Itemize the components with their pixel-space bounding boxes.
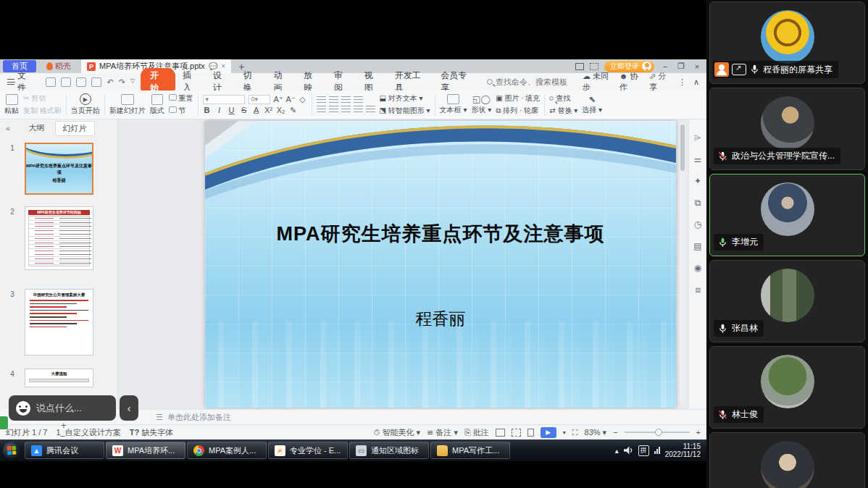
number-list-icon[interactable] (329, 96, 338, 104)
undo-icon[interactable]: ↶ (107, 77, 113, 87)
slide-title[interactable]: MPA研究生培养重点环节及注意事项 (205, 221, 676, 247)
dropdown-icon[interactable]: ▽ (130, 77, 135, 87)
font-size-select[interactable]: 0 ▾ (249, 95, 270, 104)
indent-increase-icon[interactable] (354, 96, 363, 104)
panes-icon[interactable]: ⧉ (695, 198, 701, 208)
subscript-icon[interactable]: X₂ (277, 106, 285, 114)
participant-tile-partial[interactable] (709, 432, 865, 488)
indent-decrease-icon[interactable] (341, 96, 351, 104)
resource-icon[interactable]: ◉ (694, 263, 701, 273)
participant-tile[interactable]: 政治与公共管理学院宣传... (709, 88, 865, 170)
justify-icon[interactable] (354, 106, 363, 114)
reset-button[interactable]: 重置 (169, 93, 193, 104)
chat-input-bar[interactable]: 说点什么... (9, 395, 116, 421)
input-method-icon[interactable]: 拼 (638, 445, 649, 456)
shapes-button[interactable]: ◱◯ 形状 ▾ (471, 94, 491, 115)
slide-thumbnail-2[interactable]: 2 MPA研究生培养环节时间轴 (0, 206, 117, 270)
notes-toggle-button[interactable]: ≌ 备注 ▾ (427, 427, 458, 438)
shape-outline-button[interactable]: 轮廓 (524, 106, 538, 114)
section-button[interactable]: 节 (169, 106, 193, 116)
print-icon[interactable] (76, 77, 86, 87)
zoom-in-button[interactable]: + (696, 428, 701, 437)
start-button[interactable] (3, 442, 20, 459)
restore-button[interactable]: ❐ (676, 62, 686, 71)
participant-tile[interactable]: 张昌林 (709, 260, 865, 342)
more-menu-icon[interactable]: ⋮ (678, 77, 686, 87)
bold-button[interactable]: B (203, 106, 212, 114)
taskbar-item-search-doc[interactable]: ⌕ 专业学位 - E... (268, 442, 348, 459)
slide-thumbnail-3[interactable]: 3 中国研究生公共管理案例大赛 (0, 289, 117, 356)
tab-grid-icon[interactable] (590, 63, 598, 70)
normal-view-icon[interactable] (496, 429, 505, 437)
chat-more-button[interactable]: + (61, 420, 67, 431)
align-left-icon[interactable] (317, 106, 326, 114)
tab-docer[interactable]: 稻壳 (41, 60, 77, 72)
properties-icon[interactable]: ⚌ (694, 154, 702, 164)
zoom-slider-knob[interactable] (655, 429, 662, 436)
canvas-scrollbar[interactable] (680, 122, 685, 404)
textbox-button[interactable]: 文本框 ▾ (440, 94, 467, 115)
align-right-icon[interactable] (341, 106, 351, 114)
reader-icon[interactable]: ⧈ (695, 285, 701, 295)
play-dropdown-icon[interactable]: ▾ (563, 429, 566, 436)
slide-thumbnail-1[interactable]: 1 MPA研究生培养重点环节及注意事项 程香丽 (0, 143, 117, 195)
taskbar-item-notification-settings[interactable]: ▭ 通知区域图标 (349, 442, 429, 459)
share-button[interactable]: ⬀ 分享 (649, 71, 671, 93)
reading-view-icon[interactable] (527, 429, 534, 437)
close-button[interactable]: × (692, 62, 702, 71)
participant-tile[interactable]: 林士俊 (709, 346, 865, 429)
slideshow-play-button[interactable]: ▶ (541, 427, 556, 438)
play-current-button[interactable]: ▶ 当页开始 (71, 93, 100, 116)
help-icon[interactable]: ◷ (694, 219, 701, 230)
current-slide[interactable]: MPA研究生培养重点环节及注意事项 程香丽 (205, 121, 676, 408)
font-family-select[interactable]: ▾ (203, 95, 245, 104)
speaker-icon[interactable] (624, 446, 633, 455)
superscript-icon[interactable]: X² (264, 106, 273, 114)
fit-window-icon[interactable]: ⛶ (572, 428, 578, 437)
preview-icon[interactable] (91, 77, 101, 87)
increase-font-icon[interactable]: A⁺ (274, 95, 283, 104)
participant-tile-sharing[interactable]: 程香丽的屏幕共享 (709, 1, 865, 84)
smart-graphic-button[interactable]: ⬔ 转智能图形 ▾ (380, 106, 430, 116)
line-spacing-icon[interactable] (366, 106, 375, 114)
search-input[interactable] (496, 77, 583, 86)
new-slide-button[interactable]: 新建幻灯片 (109, 94, 146, 116)
slide-thumbnail-4[interactable]: 4 大赛流程 (0, 369, 117, 387)
comments-button[interactable]: ⎘ 批注 (464, 427, 489, 438)
save-icon[interactable] (46, 77, 56, 87)
tray-clock[interactable]: 11:15 2022/11/12 (665, 442, 701, 458)
find-button[interactable]: 查找 (549, 93, 577, 104)
sorter-view-icon[interactable] (512, 429, 521, 437)
slide-canvas[interactable]: MPA研究生培养重点环节及注意事项 程香丽 (118, 119, 688, 409)
chat-collapse-button[interactable]: ‹ (120, 395, 138, 421)
slide-author[interactable]: 程香丽 (205, 308, 676, 330)
tab-outline[interactable]: 大纲 (22, 121, 52, 136)
taskbar-item-chrome[interactable]: MPA案例人... (187, 442, 267, 459)
highlight-icon[interactable]: ✎ (289, 106, 298, 115)
network-signal-icon[interactable] (654, 447, 660, 454)
minimize-button[interactable]: − (660, 62, 670, 71)
arrange-button[interactable]: ⧉ 排列 · 轮廓 (496, 106, 540, 116)
chat-placeholder[interactable]: 说点什么... (36, 402, 82, 415)
emoji-icon[interactable] (16, 401, 30, 416)
picture-button[interactable]: ▣ 图片 · 填充 (496, 93, 540, 104)
paste-button[interactable]: 粘贴 (4, 94, 19, 116)
tray-expand-icon[interactable]: ▴ (615, 447, 619, 455)
zoom-level[interactable]: 83% ▾ (585, 428, 607, 437)
underline-button[interactable]: U (228, 106, 236, 114)
align-center-icon[interactable] (329, 106, 338, 114)
font-color-icon[interactable]: A̲ (252, 106, 261, 114)
decrease-font-icon[interactable]: A⁻ (286, 95, 295, 104)
notes-bar[interactable]: ☰ 单击此处添加备注 (118, 409, 706, 424)
clear-format-icon[interactable]: ◇ (299, 95, 307, 104)
sync-status[interactable]: ☁ 未同步 (583, 71, 612, 93)
command-search[interactable] (487, 77, 583, 86)
missing-font-indicator[interactable]: T? 缺失字体 (130, 427, 174, 438)
layout-button[interactable]: 版式 (150, 94, 164, 116)
quick-share-icon[interactable]: ⌲ (694, 132, 701, 143)
redo-icon[interactable]: ↷ (119, 77, 125, 87)
beautify-button[interactable]: ⏱ 智能美化 ▾ (374, 427, 420, 438)
format-painter-button[interactable]: 复制 格式刷 (23, 106, 62, 116)
select-button[interactable]: ⬉ 选择 ▾ (582, 94, 602, 115)
taskbar-item-folder[interactable]: MPA写作工... (430, 442, 510, 459)
